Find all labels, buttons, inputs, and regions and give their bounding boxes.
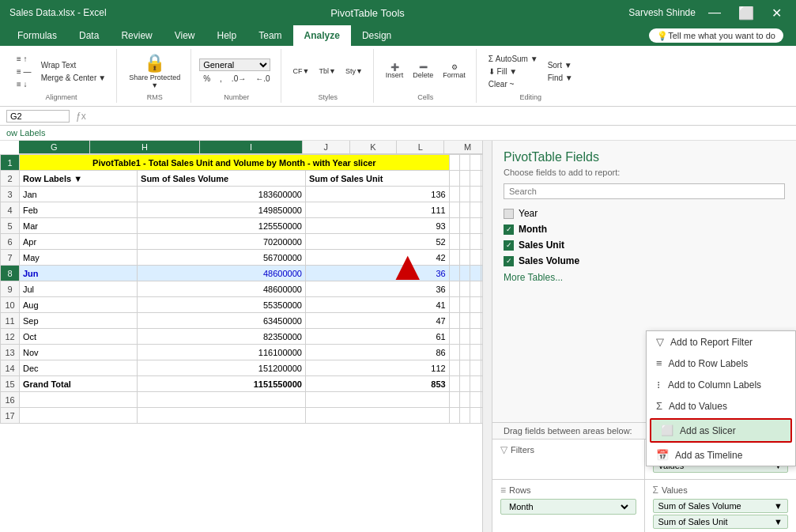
- col-header-k[interactable]: K: [350, 141, 398, 153]
- context-add-slicer[interactable]: ⬜ Add as Slicer: [650, 418, 792, 443]
- insert-button[interactable]: ➕Insert: [382, 61, 408, 81]
- col-header-j[interactable]: J: [303, 141, 350, 153]
- delete-button[interactable]: ➖Delete: [409, 61, 437, 81]
- format-button[interactable]: ⚙Format: [439, 61, 470, 81]
- row-labels-bar: ow Labels: [0, 126, 796, 141]
- table-row: 11 Sep6345000047: [1, 313, 492, 329]
- year-checkbox[interactable]: [504, 209, 514, 219]
- main-area: G H I J K L M 1 PivotTable1 - Total Sale…: [0, 141, 796, 532]
- tab-formulas[interactable]: Formulas: [6, 25, 68, 46]
- merge-center-button[interactable]: Merge & Center ▼: [37, 72, 111, 84]
- alignment-group: ≡ ↑ ≡ — ≡ ↓ Wrap Text Merge & Center ▼ A…: [6, 49, 117, 103]
- pivot-title-cell[interactable]: PivotTable1 - Total Sales Unit and Volum…: [20, 155, 450, 171]
- format-table-button[interactable]: Tbl▼: [315, 65, 339, 77]
- breadcrumb: ow Labels: [6, 128, 46, 138]
- column-icon: ⫶: [656, 379, 662, 391]
- table-row: 6 Apr7020000052: [1, 234, 492, 250]
- title-bar-right: Sarvesh Shinde — ⬜ ✕: [628, 6, 787, 21]
- field-item-salesvolume[interactable]: ✓ Sales Volume: [504, 253, 785, 269]
- rms-label: RMS: [147, 93, 163, 101]
- tab-review[interactable]: Review: [110, 25, 163, 46]
- pivot-search-input[interactable]: [504, 183, 785, 199]
- sort-filter-button[interactable]: Sort ▼: [544, 59, 577, 71]
- table-row: 4 Feb149850000111: [1, 202, 492, 218]
- drag-area-values[interactable]: Σ Values Sum of Sales Volume ▼ Sum of Sa…: [645, 480, 797, 532]
- align-top-button[interactable]: ≡ ↑: [13, 53, 36, 65]
- filter-area-icon: ▽: [500, 444, 507, 455]
- table-row: 10 Aug5535000041: [1, 297, 492, 313]
- drag-area-filters[interactable]: ▽ Filters: [492, 440, 644, 479]
- col-header-l[interactable]: L: [397, 141, 444, 153]
- context-add-column-labels[interactable]: ⫶ Add to Column Labels: [647, 374, 795, 395]
- more-tables-link[interactable]: More Tables...: [492, 269, 796, 286]
- context-label-column-labels: Add to Column Labels: [668, 379, 761, 391]
- tell-me-box[interactable]: 💡 Tell me what you want to do: [649, 28, 783, 43]
- share-protected-button[interactable]: 🔒 Share Protected ▼: [125, 51, 184, 92]
- percent-button[interactable]: %: [199, 73, 214, 85]
- cell-styles-button[interactable]: Sty▼: [341, 65, 367, 77]
- col-header-g[interactable]: G: [19, 141, 90, 153]
- user-name: Sarvesh Shinde: [628, 7, 696, 18]
- autosum-button[interactable]: Σ AutoSum ▼: [485, 53, 542, 65]
- salesvolume-checkbox[interactable]: ✓: [504, 256, 514, 266]
- rms-group: 🔒 Share Protected ▼ RMS: [119, 49, 191, 103]
- month-label: Month: [519, 224, 547, 235]
- field-item-salesunit[interactable]: ✓ Sales Unit: [504, 237, 785, 253]
- tab-design[interactable]: Design: [351, 25, 402, 46]
- table-row: 12 Oct8235000061: [1, 329, 492, 345]
- context-add-timeline[interactable]: 📅 Add as Timeline: [647, 444, 795, 466]
- decrease-decimal-button[interactable]: ←.0: [251, 73, 274, 85]
- styles-label: Styles: [318, 93, 338, 101]
- align-bottom-button[interactable]: ≡ ↓: [13, 78, 36, 90]
- tab-data[interactable]: Data: [68, 25, 110, 46]
- row-num: 2: [1, 171, 20, 187]
- styles-group: CF▼ Tbl▼ Sty▼ Styles: [283, 49, 374, 103]
- minimize-button[interactable]: —: [704, 6, 726, 20]
- salesunit-checkbox[interactable]: ✓: [504, 240, 514, 251]
- alignment-label: Alignment: [46, 93, 77, 101]
- rows-month-select[interactable]: Month: [506, 501, 631, 512]
- increase-decimal-button[interactable]: .0→: [228, 73, 250, 85]
- clear-button[interactable]: Clear ~: [485, 78, 542, 90]
- maximize-button[interactable]: ⬜: [734, 6, 759, 21]
- close-button[interactable]: ✕: [767, 6, 787, 21]
- month-checkbox[interactable]: ✓: [504, 224, 514, 235]
- tab-analyze[interactable]: Analyze: [293, 25, 351, 46]
- tab-team[interactable]: Team: [247, 25, 292, 46]
- values-chip-volume[interactable]: Sum of Sales Volume ▼: [653, 499, 789, 513]
- tab-view[interactable]: View: [164, 25, 206, 46]
- fill-button[interactable]: ⬇ Fill ▼: [485, 66, 542, 77]
- pivot-header-volume[interactable]: Sum of Sales Volume: [138, 171, 306, 187]
- context-add-values[interactable]: Σ Add to Values: [647, 395, 795, 417]
- col-header-h[interactable]: H: [90, 141, 201, 153]
- context-add-report-filter[interactable]: ▽ Add to Report Filter: [647, 331, 795, 353]
- salesvolume-label: Sales Volume: [519, 255, 579, 266]
- wrap-text-button[interactable]: Wrap Text: [37, 59, 111, 71]
- tab-help[interactable]: Help: [206, 25, 248, 46]
- pivot-header-unit[interactable]: Sum of Sales Unit: [305, 171, 449, 187]
- drag-area-rows[interactable]: ≡ Rows Month: [492, 480, 644, 532]
- filter-icon: ▽: [656, 336, 664, 348]
- context-add-row-labels[interactable]: ≡ Add to Row Labels: [647, 353, 795, 374]
- pivot-panel-title: PivotTable Fields: [492, 141, 796, 168]
- name-box[interactable]: [6, 110, 70, 123]
- number-format-select[interactable]: General: [199, 58, 270, 71]
- find-select-button[interactable]: Find ▼: [544, 72, 577, 84]
- field-item-month[interactable]: ✓ Month: [504, 221, 785, 237]
- formula-bar: ƒx: [0, 107, 796, 126]
- ribbon-tabs: Formulas Data Review View Help Team Anal…: [0, 25, 796, 46]
- align-middle-button[interactable]: ≡ —: [13, 66, 36, 77]
- rows-chip-month[interactable]: Month: [500, 499, 636, 515]
- values-chip-unit[interactable]: Sum of Sales Unit ▼: [653, 515, 789, 529]
- conditional-formatting-button[interactable]: CF▼: [289, 65, 314, 77]
- table-row: 17: [1, 408, 492, 424]
- cell-j1: [449, 155, 459, 171]
- align-small-group: ≡ ↑ ≡ — ≡ ↓: [13, 53, 36, 90]
- pivot-header-rowlabels[interactable]: Row Labels ▼: [20, 171, 138, 187]
- field-item-year[interactable]: Year: [504, 206, 785, 221]
- col-header-i[interactable]: I: [200, 141, 303, 153]
- table-row: 16: [1, 392, 492, 408]
- comma-button[interactable]: ,: [216, 73, 226, 85]
- cells-label: Cells: [417, 93, 433, 101]
- vertical-scrollbar[interactable]: [482, 141, 492, 532]
